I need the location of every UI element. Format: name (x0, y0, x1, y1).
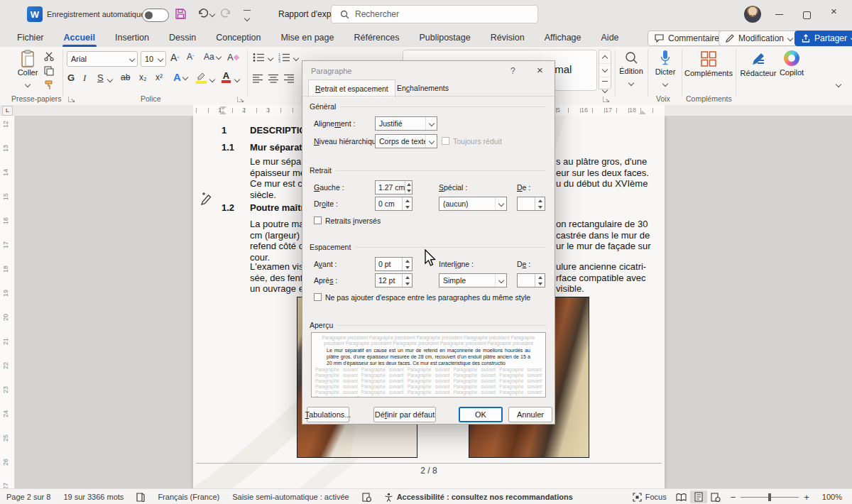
shrink-font-button[interactable]: Aˇ (187, 52, 194, 62)
restore-button[interactable] (803, 9, 814, 20)
tab-selector[interactable]: L (2, 106, 13, 116)
copy-icon[interactable] (44, 66, 54, 76)
styles-dialog-launcher[interactable]: ↘ (603, 97, 608, 102)
bullet-chevron-icon[interactable] (268, 55, 273, 61)
ribbon-tab-publipostage[interactable]: Publipostage (409, 30, 480, 45)
focus-mode-button[interactable]: Focus (626, 489, 673, 504)
tab-indents-and-spacing[interactable]: Retrait et espacement (308, 80, 395, 97)
read-mode-button[interactable] (673, 491, 690, 503)
zoom-percentage[interactable]: 100% (816, 489, 852, 504)
heading-number[interactable]: 1.2 (222, 202, 234, 213)
accessibility-status[interactable]: Accessibilité : consultez nos recommanda… (378, 489, 579, 504)
v-ruler[interactable]: 12131415161718192021222324252627 (0, 116, 15, 488)
right-indent-marker[interactable] (639, 111, 646, 114)
bold-button[interactable]: G (67, 72, 75, 83)
zoom-in-button[interactable]: + (804, 492, 809, 503)
search-input[interactable]: Rechercher (331, 5, 538, 23)
subscript-button[interactable]: x₂ (139, 72, 147, 82)
tabs-button[interactable]: Tabulations... (307, 407, 349, 422)
alignment-combo[interactable]: Justifié (375, 116, 437, 131)
zoom-out-button[interactable]: − (731, 492, 736, 503)
grow-font-button[interactable]: A^ (170, 52, 180, 63)
align-center-icon[interactable] (268, 74, 279, 83)
line-spacing-combo[interactable]: Simple (439, 273, 507, 287)
editor-button[interactable]: Rédacteur (738, 50, 778, 77)
numbering-chevron-icon[interactable] (293, 55, 299, 61)
clipboard-dialog-launcher[interactable]: ↘ (68, 97, 74, 102)
web-layout-button[interactable] (707, 491, 724, 503)
editing-mode-button[interactable]: Modification (719, 31, 799, 46)
underline-button[interactable]: S (97, 72, 104, 83)
copilot-margin-pencil-icon[interactable] (200, 192, 212, 206)
word-app-icon[interactable]: W (27, 6, 43, 22)
heading-1-2[interactable]: Poutre maîtr (250, 202, 302, 213)
dialog-close-button[interactable]: × (537, 64, 543, 76)
spacing-after-spinner[interactable]: 12 pt (375, 273, 413, 287)
zoom-slider[interactable] (741, 497, 799, 498)
addins-button[interactable]: Compléments (683, 50, 734, 77)
paragraph-fragment[interactable]: s au plâtre gros, d'uneeur sur les deux … (556, 156, 659, 190)
bullet-list-icon[interactable] (253, 53, 265, 62)
page-indicator[interactable]: Page 2 sur 8 (0, 489, 57, 504)
ribbon-tab-aide[interactable]: Aide (591, 30, 629, 45)
spacing-before-spinner[interactable]: 0 pt (375, 257, 413, 271)
indent-left-spinner[interactable]: 1.27 cm (375, 180, 413, 195)
align-right-icon[interactable] (284, 74, 295, 83)
ribbon-tab-conception[interactable]: Conception (206, 30, 271, 45)
italic-button[interactable]: I (83, 72, 86, 84)
dialog-help-button[interactable]: ? (510, 66, 515, 76)
cut-icon[interactable] (44, 52, 55, 61)
ribbon-tab-insertion[interactable]: Insertion (105, 30, 159, 45)
paragraph-fragment[interactable]: ulure ancienne cicatri-rface compatible … (556, 261, 659, 295)
ribbon-tab-fichier[interactable]: Fichier (7, 30, 54, 45)
outline-level-combo[interactable]: Corps de texte (375, 134, 437, 148)
minimize-button[interactable] (775, 9, 787, 20)
ribbon-tab-rfrences[interactable]: Références (344, 30, 409, 45)
language-indicator[interactable]: Français (France) (151, 489, 226, 504)
proofing-status[interactable] (130, 489, 151, 504)
text-effects-button[interactable]: A (173, 71, 187, 83)
zoom-slider-thumb[interactable] (768, 493, 771, 501)
numbered-list-icon[interactable]: 123 (278, 53, 290, 62)
font-color-button[interactable]: A (222, 71, 231, 83)
font-name-combo[interactable]: Arial (67, 51, 138, 67)
no-space-same-style-checkbox[interactable] (314, 293, 322, 301)
paragraph-fragment[interactable]: L'examen vissée, des fentun ouvrage e (250, 261, 302, 295)
save-icon[interactable] (175, 8, 187, 20)
autosave-toggle[interactable] (142, 9, 169, 22)
indent-right-spinner[interactable]: 0 cm (375, 197, 413, 211)
print-layout-button[interactable] (690, 491, 707, 503)
ribbon-tab-affichage[interactable]: Affichage (535, 30, 591, 45)
mirror-indents-checkbox[interactable] (314, 217, 322, 224)
heading-1[interactable]: DESCRIPTIO (250, 125, 302, 136)
editor-status[interactable] (356, 489, 378, 504)
word-count[interactable]: 19 sur 3366 mots (57, 489, 130, 504)
undo-icon[interactable] (197, 8, 208, 19)
font-size-combo[interactable]: 10 (141, 51, 166, 67)
styles-gallery-scroll[interactable] (599, 50, 611, 89)
format-painter-icon[interactable] (44, 80, 54, 90)
change-case-button[interactable]: Aa (204, 52, 221, 62)
ribbon-tab-miseenpage[interactable]: Mise en page (271, 30, 344, 45)
indent-by-spinner[interactable] (517, 197, 545, 211)
ok-button[interactable]: OK (459, 407, 503, 422)
set-as-default-button[interactable]: Définir par défaut (373, 407, 436, 422)
share-button[interactable]: Partager (794, 31, 852, 46)
ribbon-tab-accueil[interactable]: Accueil (54, 30, 105, 45)
strikethrough-button[interactable]: ab (121, 72, 130, 82)
user-avatar[interactable] (744, 6, 761, 23)
copilot-button[interactable]: Copilot (775, 50, 808, 77)
tab-line-and-page-breaks[interactable]: Enchaînements (390, 80, 455, 97)
paste-button[interactable]: Coller (14, 50, 41, 91)
collapsed-by-default-checkbox[interactable] (442, 137, 449, 145)
font-dialog-launcher[interactable]: ↘ (237, 97, 243, 102)
heading-number[interactable]: 1.1 (222, 142, 234, 153)
font-color-chevron-icon[interactable] (234, 77, 240, 82)
cancel-button[interactable]: Annuler (508, 407, 552, 422)
underline-chevron-icon[interactable] (107, 77, 113, 82)
spacing-at-spinner[interactable] (517, 273, 545, 287)
superscript-button[interactable]: x² (155, 72, 163, 82)
customize-quick-access-icon[interactable] (244, 10, 251, 23)
heading-number[interactable]: 1 (222, 125, 226, 136)
redo-icon[interactable] (221, 8, 232, 19)
